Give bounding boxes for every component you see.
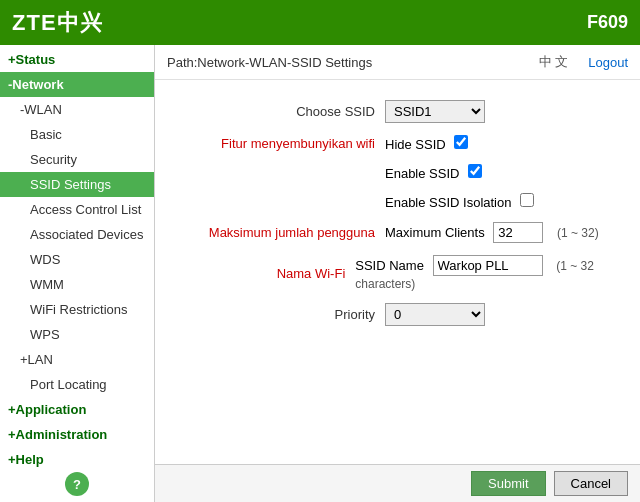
path-text: Path:Network-WLAN-SSID Settings bbox=[167, 55, 372, 70]
ssid-name-row: Nama Wi-Fi SSID Name (1 ~ 32 characters) bbox=[185, 255, 610, 291]
enable-ssid-label: Enable SSID bbox=[385, 166, 459, 181]
enable-ssid-isolation-row: Enable SSID Isolation bbox=[185, 193, 610, 210]
sidebar-inner: +Status -Network -WLAN Basic Security SS… bbox=[0, 47, 154, 502]
max-clients-hint: (1 ~ 32) bbox=[557, 226, 599, 240]
submit-button[interactable]: Submit bbox=[471, 471, 545, 496]
cancel-button[interactable]: Cancel bbox=[554, 471, 628, 496]
ssid-name-control: SSID Name (1 ~ 32 characters) bbox=[355, 255, 610, 291]
sidebar-item-network[interactable]: -Network bbox=[0, 72, 154, 97]
choose-ssid-control: SSID1 SSID2 SSID3 SSID4 bbox=[385, 100, 485, 123]
maksimum-label: Maksimum jumlah pengguna bbox=[185, 225, 385, 240]
sidebar-item-ssid-settings[interactable]: SSID Settings bbox=[0, 172, 154, 197]
sidebar-item-application[interactable]: +Application bbox=[0, 397, 154, 422]
main-content: Path:Network-WLAN-SSID Settings 中 文 Logo… bbox=[155, 45, 640, 502]
max-clients-input[interactable] bbox=[493, 222, 543, 243]
language-switch[interactable]: 中 文 bbox=[539, 53, 569, 71]
sidebar-item-wps[interactable]: WPS bbox=[0, 322, 154, 347]
sidebar-item-basic[interactable]: Basic bbox=[0, 122, 154, 147]
ssid-name-input[interactable] bbox=[433, 255, 543, 276]
priority-row: Priority 0 1 2 3 4 5 6 7 bbox=[185, 303, 610, 326]
enable-ssid-row: Enable SSID bbox=[185, 164, 610, 181]
logout-link[interactable]: Logout bbox=[588, 55, 628, 70]
sidebar-item-wds[interactable]: WDS bbox=[0, 247, 154, 272]
ssid-name-label: SSID Name bbox=[355, 258, 424, 273]
choose-ssid-row: Choose SSID SSID1 SSID2 SSID3 SSID4 bbox=[185, 100, 610, 123]
enable-ssid-isolation-label: Enable SSID Isolation bbox=[385, 195, 511, 210]
sidebar-item-port-locating[interactable]: Port Locating bbox=[0, 372, 154, 397]
priority-select[interactable]: 0 1 2 3 4 5 6 7 bbox=[385, 303, 485, 326]
form-content: Choose SSID SSID1 SSID2 SSID3 SSID4 Fitu… bbox=[155, 80, 640, 464]
header: ZTE中兴 F609 bbox=[0, 0, 640, 45]
enable-ssid-checkbox[interactable] bbox=[468, 164, 482, 178]
fitur-label: Fitur menyembunyikan wifi bbox=[185, 136, 385, 151]
priority-label: Priority bbox=[185, 307, 385, 322]
path-right: 中 文 Logout bbox=[539, 53, 628, 71]
enable-ssid-isolation-checkbox[interactable] bbox=[520, 193, 534, 207]
sidebar-item-wlan[interactable]: -WLAN bbox=[0, 97, 154, 122]
max-clients-control: Maximum Clients (1 ~ 32) bbox=[385, 222, 599, 243]
enable-ssid-control: Enable SSID bbox=[385, 164, 482, 181]
nama-wifi-label: Nama Wi-Fi bbox=[185, 266, 355, 281]
choose-ssid-label: Choose SSID bbox=[185, 104, 385, 119]
sidebar-item-wifi-restrictions[interactable]: WiFi Restrictions bbox=[0, 297, 154, 322]
logo: ZTE中兴 bbox=[12, 8, 103, 38]
max-clients-row: Maksimum jumlah pengguna Maximum Clients… bbox=[185, 222, 610, 243]
sidebar-item-access-control[interactable]: Access Control List bbox=[0, 197, 154, 222]
help-button[interactable]: ? bbox=[65, 472, 89, 496]
sidebar-item-lan[interactable]: +LAN bbox=[0, 347, 154, 372]
main-layout: +Status -Network -WLAN Basic Security SS… bbox=[0, 45, 640, 502]
path-bar: Path:Network-WLAN-SSID Settings 中 文 Logo… bbox=[155, 45, 640, 80]
max-clients-label: Maximum Clients bbox=[385, 225, 485, 240]
sidebar-item-help[interactable]: +Help bbox=[0, 447, 154, 472]
sidebar-bottom: ? bbox=[0, 472, 154, 502]
sidebar-item-security[interactable]: Security bbox=[0, 147, 154, 172]
sidebar-item-wmm[interactable]: WMM bbox=[0, 272, 154, 297]
sidebar-item-associated-devices[interactable]: Associated Devices bbox=[0, 222, 154, 247]
priority-control: 0 1 2 3 4 5 6 7 bbox=[385, 303, 485, 326]
hide-ssid-control: Hide SSID bbox=[385, 135, 468, 152]
sidebar-item-administration[interactable]: +Administration bbox=[0, 422, 154, 447]
sidebar-item-status[interactable]: +Status bbox=[0, 47, 154, 72]
hide-ssid-row: Fitur menyembunyikan wifi Hide SSID bbox=[185, 135, 610, 152]
choose-ssid-select[interactable]: SSID1 SSID2 SSID3 SSID4 bbox=[385, 100, 485, 123]
sidebar: +Status -Network -WLAN Basic Security SS… bbox=[0, 45, 155, 502]
enable-ssid-isolation-control: Enable SSID Isolation bbox=[385, 193, 534, 210]
bottom-bar: Submit Cancel bbox=[155, 464, 640, 502]
hide-ssid-checkbox[interactable] bbox=[454, 135, 468, 149]
model-label: F609 bbox=[587, 12, 628, 33]
hide-ssid-label: Hide SSID bbox=[385, 137, 446, 152]
